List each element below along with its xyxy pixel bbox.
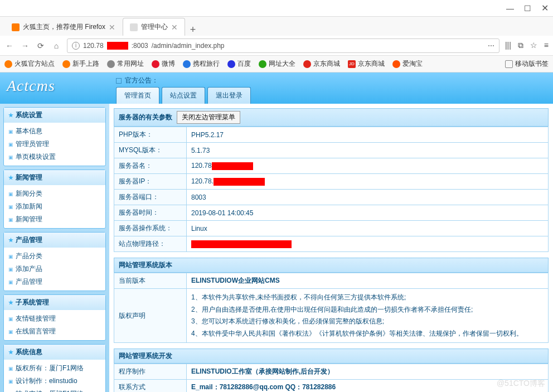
param-key: 服务器时间： bbox=[114, 205, 187, 221]
sidebar-item[interactable]: 产品分类 bbox=[8, 250, 101, 263]
sidebar-item[interactable]: 设计制作：elinstudio bbox=[8, 375, 101, 388]
sidebar-item[interactable]: 友情链接管理 bbox=[8, 312, 101, 325]
window-close[interactable]: ✕ bbox=[541, 3, 549, 13]
cms-header: Actcms 官方公告： 管理首页站点设置退出登录 bbox=[0, 72, 553, 104]
bookmark-item[interactable]: JD京东商城 bbox=[348, 59, 385, 69]
sidebar-item[interactable]: 产品管理 bbox=[8, 275, 101, 288]
sidebar-item[interactable]: 新闻管理 bbox=[8, 213, 101, 226]
sidebar-panel: 产品管理产品分类添加产品产品管理 bbox=[3, 232, 106, 291]
panel-title: 系统设置 bbox=[4, 108, 105, 123]
panel-title: 新闻管理 bbox=[4, 170, 105, 185]
url-input[interactable]: i 120.78:8003/admin/admin_index.php ⋯ bbox=[67, 38, 499, 53]
sidebar-item[interactable]: 技术支持：厦门F1网络 bbox=[8, 388, 101, 392]
toolbar-icon-3[interactable]: ≡ bbox=[544, 41, 549, 50]
dev-title: 网站管理系统开发 bbox=[114, 349, 549, 364]
table-row: 当前版本ELINSTUDIOW企业网站CMS bbox=[114, 273, 549, 289]
bookmark-label: 常用网址 bbox=[117, 59, 144, 69]
cms-tab[interactable]: 站点设置 bbox=[162, 87, 205, 104]
mobile-bookmarks[interactable]: 移动版书签 bbox=[505, 59, 549, 69]
bookmark-item[interactable]: 常用网址 bbox=[107, 59, 144, 69]
bookmark-item[interactable]: 爱淘宝 bbox=[392, 59, 423, 69]
tab-title: 火狐主页，推荐使用 Firefox bbox=[23, 22, 105, 32]
favicon bbox=[12, 23, 20, 31]
url-toolbar: ← → ⟳ ⌂ i 120.78:8003/admin/admin_index.… bbox=[0, 36, 553, 56]
favicon bbox=[130, 23, 138, 31]
bookmark-label: 携程旅行 bbox=[193, 59, 220, 69]
forward-button[interactable]: → bbox=[20, 41, 30, 50]
sidebar-panel: 子系统管理友情链接管理在线留言管理 bbox=[3, 294, 106, 341]
table-row: PHP版本：PHP5.2.17 bbox=[114, 127, 549, 143]
table-row: 服务器时间：2019-08-01 14:00:45 bbox=[114, 205, 549, 221]
bookmark-item[interactable]: 微博 bbox=[152, 59, 175, 69]
sidebar-item[interactable]: 添加新闻 bbox=[8, 200, 101, 213]
back-button[interactable]: ← bbox=[4, 41, 14, 50]
bookmark-item[interactable]: 火狐官方站点 bbox=[4, 59, 55, 69]
redacted-block bbox=[191, 240, 292, 248]
dev-table: 程序制作ELINSTUDIO工作室（承接网站制作,后台开发）联系方式E_mail… bbox=[114, 364, 549, 392]
version-table: 当前版本ELINSTUDIOW企业网站CMS版权声明1、本软件为共享软件,未经书… bbox=[114, 273, 549, 343]
announcement: 官方公告： bbox=[116, 76, 158, 85]
bookmark-label: 网址大全 bbox=[269, 59, 295, 69]
param-value: Linux bbox=[187, 221, 549, 236]
panel-title: 子系统管理 bbox=[4, 295, 105, 310]
sidebar-item[interactable]: 新闻分类 bbox=[8, 187, 101, 200]
reload-button[interactable]: ⟳ bbox=[36, 41, 46, 50]
table-row: 站点物理路径： bbox=[114, 236, 549, 252]
url-host: 120.78 bbox=[83, 42, 104, 50]
window-maximize[interactable]: ☐ bbox=[524, 4, 531, 13]
mobile-icon bbox=[505, 60, 513, 68]
sidebar-item[interactable]: 管理员管理 bbox=[8, 138, 101, 151]
browser-tab[interactable]: 管理中心✕ bbox=[123, 18, 185, 36]
bookmark-icon bbox=[392, 60, 400, 68]
param-value: ELINSTUDIO工作室（承接网站制作,后台开发） bbox=[187, 364, 549, 380]
bookmarks-bar: 火狐官方站点新手上路常用网址微博携程旅行百度网址大全京东商城JD京东商城爱淘宝移… bbox=[0, 56, 553, 72]
bookmark-icon bbox=[4, 60, 12, 68]
home-button[interactable]: ⌂ bbox=[51, 41, 61, 50]
window-titlebar: — ☐ ✕ bbox=[0, 0, 553, 17]
param-key: 服务器端口： bbox=[114, 190, 187, 205]
cms-tab[interactable]: 管理首页 bbox=[116, 87, 159, 104]
sidebar-item[interactable]: 在线留言管理 bbox=[8, 325, 101, 338]
window-minimize[interactable]: — bbox=[506, 4, 514, 13]
table-row: 服务器端口：8003 bbox=[114, 190, 549, 205]
toolbar-icon-2[interactable]: ☆ bbox=[530, 41, 537, 50]
cms-tab[interactable]: 退出登录 bbox=[207, 87, 251, 104]
bookmark-icon bbox=[62, 60, 70, 68]
tab-close-icon[interactable]: ✕ bbox=[109, 23, 115, 32]
table-row: 联系方式E_mail：781282886@qq.com QQ：781282886 bbox=[114, 380, 549, 392]
table-row: 服务器IP：120.78. bbox=[114, 174, 549, 190]
new-tab-button[interactable]: + bbox=[185, 24, 201, 36]
site-info-icon[interactable]: i bbox=[72, 42, 80, 50]
bookmark-item[interactable]: 新手上路 bbox=[62, 59, 99, 69]
sidebar-item[interactable]: 单页模块设置 bbox=[8, 151, 101, 163]
bookmark-icon: JD bbox=[348, 60, 356, 68]
sidebar-item[interactable]: 基本信息 bbox=[8, 125, 101, 138]
sidebar-item[interactable]: 版权所有：厦门F1网络 bbox=[8, 362, 101, 375]
browser-tab[interactable]: 火狐主页，推荐使用 Firefox✕ bbox=[4, 18, 123, 36]
param-value bbox=[187, 236, 549, 252]
browser-tabs: 火狐主页，推荐使用 Firefox✕管理中心✕+ bbox=[0, 17, 553, 36]
url-port: :8003 bbox=[132, 42, 148, 50]
version-title: 网站管理系统版本 bbox=[114, 258, 549, 273]
toggle-sidebar-button[interactable]: 关闭左边管理菜单 bbox=[177, 111, 240, 124]
param-value: 120.78 bbox=[187, 158, 549, 174]
sidebar-item[interactable]: 添加产品 bbox=[8, 263, 101, 275]
bookmark-item[interactable]: 百度 bbox=[227, 59, 251, 69]
tab-close-icon[interactable]: ✕ bbox=[171, 23, 178, 32]
cms-logo: Actcms bbox=[7, 77, 55, 95]
toolbar-icon-1[interactable]: ⧉ bbox=[518, 41, 523, 50]
redacted-block bbox=[214, 178, 265, 186]
bookmark-item[interactable]: 京东商城 bbox=[303, 59, 340, 69]
bookmark-item[interactable]: 网址大全 bbox=[259, 59, 295, 69]
table-row: 服务器名：120.78 bbox=[114, 158, 549, 174]
param-key: 当前版本 bbox=[114, 273, 187, 289]
param-key: 联系方式 bbox=[114, 380, 187, 392]
watermark: @51CTO博客 bbox=[497, 379, 545, 389]
bookmark-item[interactable]: 携程旅行 bbox=[183, 59, 220, 69]
mobile-bm-label: 移动版书签 bbox=[515, 59, 549, 69]
url-actions-icon[interactable]: ⋯ bbox=[488, 42, 494, 50]
param-key: 服务器IP： bbox=[114, 174, 187, 190]
bookmark-icon bbox=[227, 60, 235, 68]
toolbar-icon-0[interactable]: ||| bbox=[505, 41, 511, 50]
server-params-table: PHP版本：PHP5.2.17MYSQL版本：5.1.73服务器名：120.78… bbox=[114, 127, 549, 252]
